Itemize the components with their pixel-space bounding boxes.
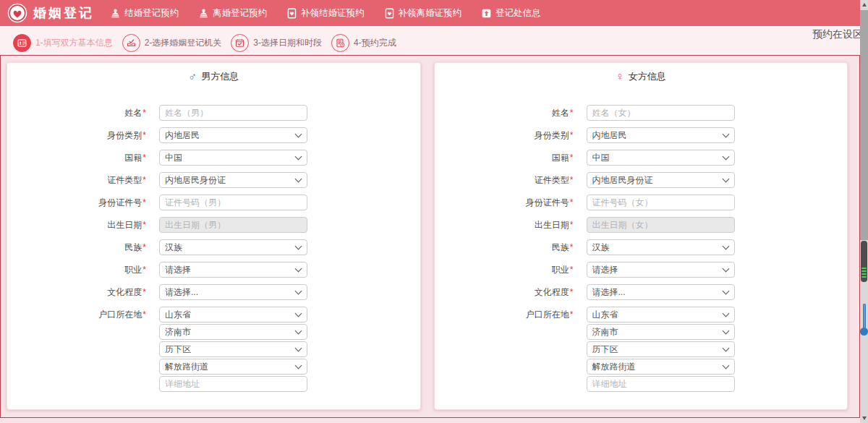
street-select-male[interactable]: 解放路街道	[159, 359, 307, 375]
form-row-city: 济南市	[435, 324, 848, 340]
step-3[interactable]: 3-选择日期和时段	[231, 34, 322, 52]
form-row-address-detail	[7, 376, 420, 392]
form-row-name: 姓名*	[435, 105, 848, 121]
city-select-male[interactable]: 济南市	[159, 324, 307, 340]
field-label: 国籍*	[7, 152, 159, 164]
province-select-male[interactable]: 山东省	[159, 307, 307, 322]
thermometer-widget-icon[interactable]	[860, 304, 868, 338]
field-label: 证件类型*	[7, 174, 159, 187]
cert-type-select-male[interactable]: 内地居民身份证	[159, 172, 307, 188]
chevron-down-icon	[722, 345, 729, 352]
form-row-address-detail	[435, 376, 848, 392]
marriage-certificate-icon	[286, 8, 297, 19]
address-detail-input-male[interactable]	[159, 376, 307, 392]
vertical-scrollbar[interactable]	[860, 0, 868, 423]
chevron-down-icon	[295, 153, 302, 161]
form-row-name: 姓名*	[7, 105, 420, 121]
chevron-down-icon	[722, 265, 729, 273]
nationality-select-female[interactable]: 中国	[587, 150, 735, 166]
cert-number-input-male[interactable]	[159, 195, 307, 210]
app-logo-icon	[7, 3, 27, 23]
required-mark: *	[570, 175, 574, 185]
ethnicity-select-female[interactable]: 汉族	[587, 239, 735, 255]
topbar: 预约在设区市 1-填写双方基本信息2-选择婚姻登记机关3-选择日期和时段4-预约…	[0, 26, 868, 55]
chevron-down-icon	[295, 131, 302, 138]
extension-grab-handle-icon[interactable]	[861, 241, 867, 282]
chevron-down-icon	[295, 362, 302, 369]
required-mark: *	[142, 130, 146, 140]
field-label: 户口所在地*	[435, 309, 587, 321]
form-row-cert-number: 身份证件号*	[7, 195, 420, 210]
panel-female: ♀女方信息姓名*身份类别*内地居民国籍*中国证件类型*内地居民身份证身份证件号*…	[434, 62, 848, 410]
navbar-item-1[interactable]: 结婚登记预约	[110, 7, 179, 20]
required-mark: *	[570, 242, 574, 252]
stamp-check-icon	[122, 34, 140, 52]
divorce-certificate-icon	[384, 8, 395, 19]
required-mark: *	[570, 220, 574, 230]
scrollbar-thumb[interactable]	[860, 10, 868, 240]
district-select-female[interactable]: 历下区	[587, 341, 735, 357]
chevron-down-icon	[722, 153, 729, 161]
name-input-male[interactable]	[159, 105, 307, 121]
navbar-item-5[interactable]: 登记处信息	[481, 7, 541, 20]
occupation-select-male[interactable]: 请选择	[159, 262, 307, 278]
education-select-female[interactable]: 请选择...	[587, 284, 735, 300]
step-label: 2-选择婚姻登记机关	[145, 37, 222, 49]
form-row-street: 解放路街道	[435, 359, 848, 375]
form-row-occupation: 职业*请选择	[435, 262, 848, 278]
id-category-select-female[interactable]: 内地居民	[587, 127, 735, 143]
chevron-down-icon	[722, 243, 729, 250]
navbar-item-3[interactable]: 补领结婚证预约	[286, 7, 365, 20]
form-row-province: 户口所在地*山东省	[435, 307, 848, 322]
male-panel-header: ♂男方信息	[7, 70, 420, 83]
field-label: 身份证件号*	[435, 197, 587, 209]
form-row-education: 文化程度*请选择...	[435, 284, 848, 300]
address-detail-input-female[interactable]	[587, 376, 735, 392]
field-label: 民族*	[435, 242, 587, 254]
city-select-female[interactable]: 济南市	[587, 324, 735, 340]
form-row-nationality: 国籍*中国	[435, 150, 848, 166]
required-mark: *	[570, 153, 574, 163]
form-row-ethnicity: 民族*汉族	[7, 239, 420, 255]
form-row-district: 历下区	[435, 341, 848, 357]
occupation-select-female[interactable]: 请选择	[587, 262, 735, 278]
id-category-select-male[interactable]: 内地居民	[159, 127, 307, 143]
field-label: 姓名*	[7, 107, 159, 119]
step-4[interactable]: 4-预约完成	[331, 34, 396, 52]
scrollbar-down-arrow-icon[interactable]	[860, 414, 868, 423]
navbar-item-2[interactable]: 离婚登记预约	[198, 7, 267, 20]
divorce-stamp-icon	[198, 8, 209, 19]
cert-type-select-female[interactable]: 内地居民身份证	[587, 172, 735, 188]
step-2[interactable]: 2-选择婚姻登记机关	[122, 34, 222, 52]
chevron-down-icon	[722, 362, 729, 369]
province-select-female[interactable]: 山东省	[587, 307, 735, 322]
required-mark: *	[142, 309, 146, 320]
chevron-down-icon	[295, 176, 302, 183]
navbar-item-4[interactable]: 补领离婚证预约	[384, 7, 462, 20]
chevron-down-icon	[295, 243, 302, 250]
district-select-male[interactable]: 历下区	[159, 341, 307, 357]
scrollbar-up-arrow-icon[interactable]	[860, 0, 868, 9]
field-label: 国籍*	[435, 152, 587, 164]
ethnicity-select-male[interactable]: 汉族	[159, 239, 307, 255]
required-mark: *	[570, 197, 574, 208]
form-row-birth-date: 出生日期*	[435, 217, 848, 233]
education-select-male[interactable]: 请选择...	[159, 284, 307, 300]
nationality-select-male[interactable]: 中国	[159, 150, 307, 166]
male-gender-icon: ♂	[188, 71, 197, 82]
female-form: 姓名*身份类别*内地居民国籍*中国证件类型*内地居民身份证身份证件号*出生日期*…	[435, 105, 848, 392]
name-input-female[interactable]	[587, 105, 735, 121]
form-row-city: 济南市	[7, 324, 420, 340]
street-select-female[interactable]: 解放路街道	[587, 359, 735, 375]
required-mark: *	[142, 197, 146, 208]
male-form: 姓名*身份类别*内地居民国籍*中国证件类型*内地居民身份证身份证件号*出生日期*…	[7, 105, 420, 392]
field-label: 姓名*	[435, 107, 587, 119]
required-mark: *	[142, 175, 146, 185]
cert-number-input-female[interactable]	[587, 195, 735, 210]
birth-date-input-female	[587, 217, 735, 233]
field-label: 身份类别*	[435, 129, 587, 142]
step-1[interactable]: 1-填写双方基本信息	[13, 34, 113, 52]
form-row-cert-type: 证件类型*内地居民身份证	[7, 172, 420, 188]
required-mark: *	[570, 309, 574, 320]
form-row-cert-number: 身份证件号*	[435, 195, 848, 210]
